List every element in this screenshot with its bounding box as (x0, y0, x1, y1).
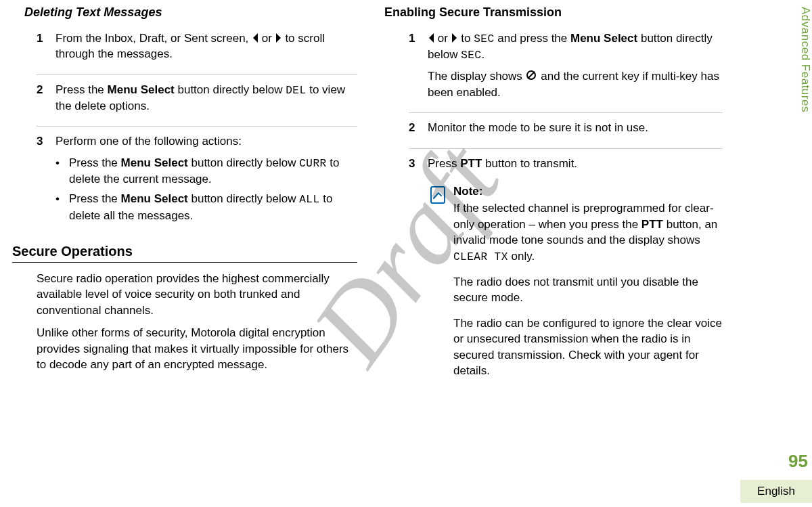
text: and press the (495, 32, 570, 45)
text-bold: PTT (641, 218, 663, 231)
text: The radio can be configured to ignore th… (453, 315, 723, 379)
text-bold: PTT (460, 157, 482, 170)
divider (409, 148, 723, 149)
heading-deleting-text-messages: Deleting Text Messages (24, 5, 357, 20)
section-rule (12, 262, 357, 263)
bullet-item: • Press the Menu Select button directly … (55, 191, 357, 223)
text-bold: Menu Select (121, 156, 188, 169)
text: . (481, 48, 484, 61)
secure-step-3: 3 Press PTT button to transmit. (409, 156, 723, 177)
text-mono: CURR (299, 158, 326, 170)
text: or (438, 32, 451, 45)
text-bold: Menu Select (121, 192, 188, 205)
secure-key-icon (526, 70, 538, 82)
text: Press the (69, 192, 121, 205)
text: button to transmit. (482, 157, 577, 170)
heading-secure-operations: Secure Operations (12, 244, 357, 259)
page-content: Deleting Text Messages 1 From the Inbox,… (0, 0, 812, 389)
step-number: 2 (37, 82, 55, 120)
divider (37, 126, 357, 127)
text-mono: SEC (474, 33, 494, 45)
right-column: Enabling Secure Transmission 1 or to SEC… (378, 5, 743, 389)
text: The display shows (428, 70, 526, 83)
text-mono: DEL (286, 85, 306, 97)
divider (37, 74, 357, 75)
text-bold: Menu Select (570, 32, 637, 45)
note-block: Note: If the selected channel is preprog… (428, 183, 723, 389)
delete-step-3: 3 Perform one of the following actions: … (37, 133, 357, 227)
text-mono: ALL (299, 194, 319, 206)
divider (409, 112, 723, 113)
text: The radio does not transmit until you di… (453, 274, 723, 306)
delete-step-2: 2 Press the Menu Select button directly … (37, 82, 357, 120)
left-arrow-icon (252, 32, 258, 43)
text-bold: Menu Select (108, 83, 175, 96)
right-arrow-icon (275, 32, 282, 43)
text: Press the (69, 156, 121, 169)
bullet-dot: • (55, 191, 69, 223)
bullet-item: • Press the Menu Select button directly … (55, 155, 357, 188)
left-arrow-icon (428, 32, 434, 43)
text: Press the (55, 83, 108, 96)
svg-line-1 (528, 72, 535, 79)
text: button directly below (188, 156, 299, 169)
text: to (461, 32, 474, 45)
note-icon (428, 183, 453, 389)
step-number: 3 (409, 156, 428, 177)
text: only. (508, 250, 535, 263)
text: button directly below (175, 83, 286, 96)
text: button directly below (188, 192, 299, 205)
text: From the Inbox, Draft, or Sent screen, (55, 32, 252, 45)
paragraph: Secure radio operation provides the high… (37, 271, 357, 318)
text: Perform one of the following actions: (55, 133, 357, 149)
side-tab-label: Advanced Features (792, 7, 812, 112)
step-number: 1 (409, 30, 428, 106)
paragraph: Unlike other forms of security, Motorola… (37, 325, 357, 372)
bullet-dot: • (55, 155, 69, 188)
text: or (262, 32, 275, 45)
left-column: Deleting Text Messages 1 From the Inbox,… (12, 5, 378, 389)
svg-rect-2 (431, 187, 445, 203)
note-label: Note: (453, 183, 723, 199)
text: Press (428, 157, 460, 170)
text-mono: CLEAR TX (453, 251, 508, 263)
secure-step-2: 2 Monitor the mode to be sure it is not … (409, 120, 723, 141)
delete-step-1: 1 From the Inbox, Draft, or Sent screen,… (37, 30, 357, 68)
secure-step-1: 1 or to SEC and press the Menu Select bu… (409, 30, 723, 106)
step-number: 2 (409, 120, 428, 141)
step-number: 3 (37, 133, 55, 227)
step-number: 1 (37, 30, 55, 68)
text-mono: SEC (461, 49, 481, 62)
language-indicator: English (740, 480, 812, 503)
heading-enabling-secure-transmission: Enabling Secure Transmission (384, 5, 723, 20)
right-arrow-icon (451, 32, 458, 43)
page-number: 95 (788, 451, 808, 472)
text: Monitor the mode to be sure it is not in… (428, 120, 723, 135)
